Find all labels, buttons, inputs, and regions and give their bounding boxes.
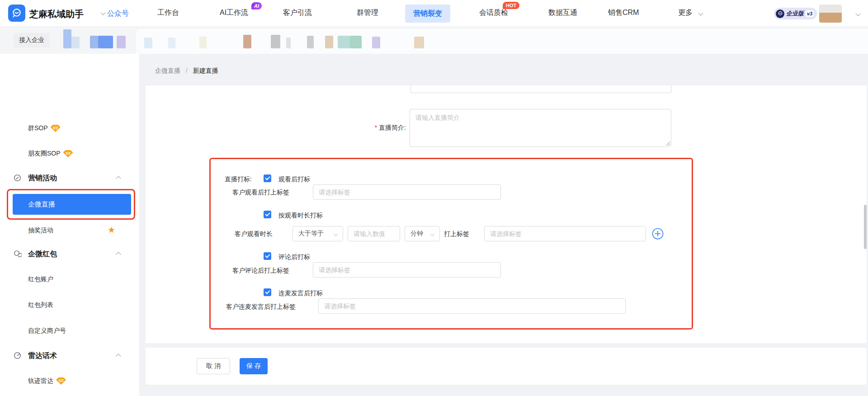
channel-link[interactable]: 公众号 [107, 9, 129, 19]
blurred-tag [117, 36, 126, 48]
sidebar-item-wecom-live[interactable]: 企微直播 [13, 194, 131, 215]
chevron-up-icon[interactable] [116, 354, 121, 358]
blurred-tag [243, 35, 251, 48]
checkbox-comment-tag[interactable] [264, 252, 271, 260]
chevron-down-icon [698, 10, 703, 15]
checkbox-watch-tag[interactable] [264, 174, 271, 182]
chevron-down-icon [430, 231, 435, 236]
save-button[interactable]: 保 存 [240, 358, 268, 374]
intro-label: *直播简介: [354, 123, 406, 132]
blurred-tag [199, 37, 207, 48]
blurred-tag [168, 38, 175, 48]
v2-badge: V2 [63, 150, 73, 157]
edition-badge: 企业版 v3 [774, 8, 817, 19]
star-icon: ★ [108, 226, 115, 235]
sidebar: 群SOPV2 朋友圈SOPV2 营销活动 企微直播 抽奖活动 ★ 企微红包 红包… [0, 54, 139, 396]
rule-label: 评论后打标 [278, 252, 310, 261]
v2-badge: V2 [51, 125, 61, 132]
form-card: *直播简介: 直播打标: 观看后打标 客户观看后打上标签 按观看时长打标 客户观… [146, 85, 867, 343]
nav-group-management[interactable]: 群管理 [357, 8, 378, 18]
blurred-tag [350, 36, 362, 48]
blurred-tag [63, 29, 71, 48]
blurred-tag [144, 38, 152, 48]
rule-field-label: 客户连麦发言后打上标签 [226, 302, 296, 311]
nav-ai-workflow[interactable]: AI工作流 [220, 8, 248, 18]
brand-logo-icon [8, 5, 25, 22]
scrollbar-thumb[interactable] [864, 205, 867, 249]
radar-icon [13, 351, 22, 360]
avatar[interactable] [819, 5, 842, 23]
enterprise-toolbar: 接入企业 [0, 27, 868, 54]
edition-version: v3 [806, 10, 814, 17]
nav-workbench[interactable]: 工作台 [157, 8, 179, 18]
nav-marketing-fission[interactable]: 营销裂变 [405, 5, 450, 23]
red-packet-icon [13, 250, 22, 258]
blurred-tag [98, 36, 113, 48]
breadcrumb-parent[interactable]: 企微直播 [155, 67, 180, 74]
sidebar-item-custom-merchant[interactable]: 自定义商户号 [28, 326, 66, 335]
connect-enterprise-button[interactable]: 接入企业 [14, 33, 50, 47]
rule-label: 连麦发言后打标 [278, 288, 323, 297]
blurred-tag [338, 36, 350, 48]
checkbox-mic-tag[interactable] [264, 288, 271, 296]
rule-field-label: 客户观看后打上标签 [232, 188, 289, 197]
chevron-down-icon [334, 231, 338, 236]
sidebar-item-group-sop[interactable]: 群SOPV2 [28, 123, 61, 132]
tag-select-duration[interactable] [484, 226, 646, 241]
rule-field-label: 客户观看时长 [235, 229, 273, 238]
duration-value-input[interactable] [348, 226, 400, 241]
app-title: 芝麻私域助手 [29, 8, 84, 20]
chevron-down-icon[interactable] [100, 10, 105, 15]
breadcrumb-separator: / [182, 67, 191, 74]
sidebar-section-radar[interactable]: 雷达话术 [28, 351, 57, 361]
chevron-down-icon[interactable] [855, 11, 860, 16]
nav-data-exchange[interactable]: 数据互通 [548, 8, 577, 18]
nav-more[interactable]: 更多 [678, 8, 693, 18]
breadcrumb: 企微直播 / 新建直播 [155, 66, 218, 75]
rule-label: 按观看时长打标 [278, 211, 323, 220]
nav-customer-acquisition[interactable]: 客户引流 [283, 8, 312, 18]
tagging-label: 直播打标: [225, 174, 252, 184]
nav-session-qc[interactable]: 会话质检 [479, 8, 508, 18]
unit-select[interactable]: 分钟 [405, 226, 440, 241]
sidebar-section-marketing[interactable]: 营销活动 [28, 173, 57, 183]
top-navigation: 芝麻私域助手 公众号 工作台 AI工作流 AI 客户引流 群管理 营销裂变 会话… [0, 0, 868, 27]
marketing-activity-icon [13, 174, 22, 182]
rule-field-label: 客户评论后打上标签 [232, 266, 289, 275]
sidebar-item-packet-account[interactable]: 红包账户 [28, 274, 53, 283]
hot-badge: HOT [503, 2, 519, 9]
operator-select[interactable]: 大于等于 [292, 226, 343, 241]
required-asterisk: * [375, 124, 377, 131]
blurred-tag [271, 35, 280, 48]
sidebar-item-moments-sop[interactable]: 朋友圈SOPV2 [28, 149, 73, 158]
blurred-tag [71, 37, 80, 48]
tag-select-comment[interactable] [313, 262, 501, 278]
truncated-input[interactable] [410, 85, 671, 93]
blurred-tag [286, 38, 291, 48]
checkbox-duration-tag[interactable] [264, 211, 271, 218]
blurred-tag [325, 36, 333, 48]
blurred-tag [90, 36, 98, 48]
blurred-tag [414, 37, 424, 48]
cancel-button[interactable]: 取 消 [197, 358, 230, 374]
form-footer: 取 消 保 存 [146, 348, 867, 385]
chevron-up-icon[interactable] [116, 176, 121, 181]
app-window: 芝麻私域助手 公众号 工作台 AI工作流 AI 客户引流 群管理 营销裂变 会话… [0, 0, 868, 396]
ai-badge: AI [251, 2, 262, 9]
tag-label: 打上标签 [444, 229, 469, 238]
edition-label: 企业版 [786, 9, 804, 18]
blurred-tag [307, 36, 314, 48]
v2-badge: V2 [56, 377, 66, 385]
live-intro-textarea[interactable] [410, 109, 671, 147]
edition-logo-icon [776, 9, 784, 18]
tag-select-mic[interactable] [318, 298, 626, 314]
rule-label: 观看后打标 [278, 174, 310, 184]
chevron-up-icon[interactable] [116, 252, 121, 257]
tag-select-watch[interactable] [313, 184, 501, 200]
nav-sales-crm[interactable]: 销售CRM [608, 8, 639, 18]
add-rule-icon[interactable] [652, 228, 664, 240]
sidebar-item-track-radar[interactable]: 轨迹雷达V2 [28, 376, 66, 385]
sidebar-item-packet-list[interactable]: 红包列表 [28, 300, 53, 309]
sidebar-section-red-packet[interactable]: 企微红包 [28, 249, 57, 259]
sidebar-item-lottery[interactable]: 抽奖活动 [28, 226, 53, 235]
